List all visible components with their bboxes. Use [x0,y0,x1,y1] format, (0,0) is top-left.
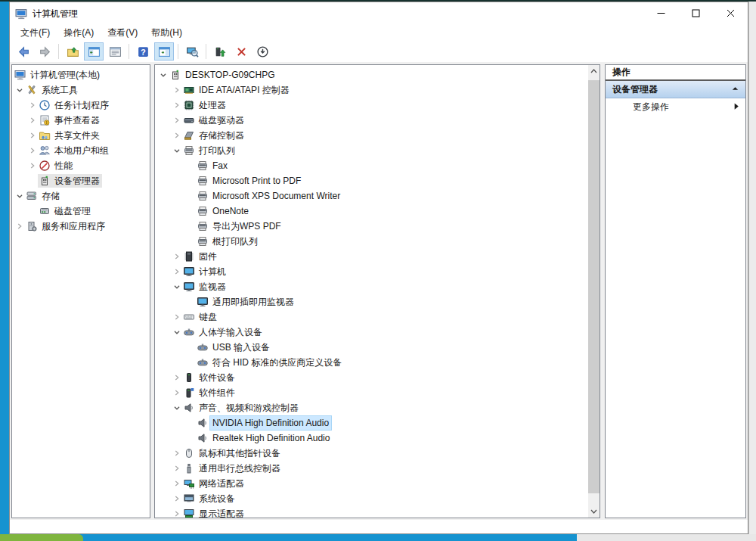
tree-item[interactable]: 固件 [155,249,588,264]
tree-item[interactable]: Microsoft XPS Document Writer [155,188,588,204]
tree-item[interactable]: 键盘 [155,309,588,325]
tree-item[interactable]: Microsoft Print to PDF [155,173,588,188]
chevron-down-icon[interactable] [171,279,182,294]
chevron-right-icon[interactable] [171,491,182,506]
properties-button[interactable] [105,42,125,61]
tree-item[interactable]: 性能 [12,158,150,173]
collapse-section-icon[interactable] [731,84,739,95]
scrollbar-thumb[interactable] [588,80,600,493]
scroll-down-button[interactable] [588,505,600,518]
chevron-right-icon[interactable] [26,158,38,173]
tree-item[interactable]: 事件查看器 [12,113,150,128]
tree-item[interactable]: 打印队列 [155,143,588,158]
chevron-right-icon[interactable] [26,128,38,143]
tree-item[interactable]: 人体学输入设备 [155,325,588,340]
forward-button[interactable] [35,42,54,61]
action-pane-button[interactable] [154,42,174,61]
more-actions-item[interactable]: 更多操作 [606,98,745,116]
tree-item[interactable]: 处理器 [155,98,588,113]
submenu-arrow-icon [733,102,739,113]
tree-item[interactable]: NVIDIA High Definition Audio [155,415,588,431]
tree-item[interactable]: 存储控制器 [155,128,588,143]
tree-item[interactable]: IDE ATA/ATAPI 控制器 [155,82,588,98]
help-button[interactable]: ? [133,42,153,61]
close-button[interactable] [713,2,748,24]
monitor-icon [183,266,195,278]
menu-item[interactable]: 帮助(H) [144,25,189,41]
chevron-right-icon[interactable] [171,506,182,518]
tree-item[interactable]: 网络适配器 [155,476,588,491]
tree-item[interactable]: 设备管理器 [12,173,150,188]
chevron-right-icon[interactable] [171,461,182,476]
tree-item[interactable]: 计算机 [155,264,588,279]
tree-item[interactable]: 任务计划程序 [12,98,150,113]
tree-item[interactable]: 服务和应用程序 [12,219,150,234]
tree-item[interactable]: USB 输入设备 [155,340,588,355]
update-driver-button[interactable] [210,42,230,61]
tree-item[interactable]: 通用串行总线控制器 [155,461,588,476]
tree-item[interactable]: 显示适配器 [155,506,588,518]
chevron-right-icon[interactable] [171,446,182,461]
tree-item[interactable]: 导出为WPS PDF [155,219,588,234]
chevron-down-icon[interactable] [157,67,169,82]
tree-item[interactable]: OneNote [155,204,588,219]
tree-item[interactable]: 存储 [12,188,150,204]
maximize-button[interactable] [678,2,713,24]
tree-item[interactable]: 根打印队列 [155,234,588,249]
tree-item[interactable]: 鼠标和其他指针设备 [155,446,588,461]
chevron-right-icon[interactable] [171,309,182,325]
tree-item[interactable]: 符合 HID 标准的供应商定义设备 [155,355,588,370]
menu-item[interactable]: 操作(A) [57,25,101,41]
chevron-right-icon[interactable] [171,82,182,98]
disable-button[interactable] [253,42,272,61]
chevron-down-icon[interactable] [171,400,182,415]
tree-item[interactable]: 系统工具 [12,82,150,98]
chevron-down-icon[interactable] [14,188,25,204]
tree-item-label: DESKTOP-G09CHPG [185,69,274,81]
chevron-right-icon[interactable] [171,264,182,279]
chevron-down-icon[interactable] [171,143,182,158]
tree-item[interactable]: DESKTOP-G09CHPG [155,67,588,82]
chevron-down-icon[interactable] [171,325,182,340]
tree-item[interactable]: 通用即插即用监视器 [155,294,588,309]
tree-item[interactable]: 监视器 [155,279,588,294]
tree-item-label: Fax [212,160,228,172]
chevron-down-icon[interactable] [14,82,25,98]
tree-item[interactable]: 磁盘管理 [12,204,150,219]
chevron-right-icon[interactable] [171,249,182,264]
vertical-scrollbar[interactable] [588,65,600,518]
tree-item[interactable]: Realtek High Definition Audio [155,431,588,446]
screen: 计算机管理 文件(F)操作(A)查看(V)帮助(H) ? 计算机管理(本地)系统… [0,0,756,541]
up-folder-button[interactable] [63,42,82,61]
chevron-right-icon[interactable] [26,113,38,128]
console-tree-button[interactable] [84,42,104,61]
scan-button[interactable] [182,42,202,61]
scroll-up-button[interactable] [588,65,600,77]
tree-item[interactable]: 本地用户和组 [12,143,150,158]
minimize-button[interactable] [643,2,678,24]
tree-item[interactable]: 软件组件 [155,385,588,400]
tree-item[interactable]: 计算机管理(本地) [12,67,150,82]
title-bar[interactable]: 计算机管理 [10,2,748,25]
chevron-right-icon[interactable] [171,385,182,400]
menu-item[interactable]: 文件(F) [14,25,57,41]
tree-item[interactable]: 软件设备 [155,370,588,385]
tree-item[interactable]: Fax [155,158,588,173]
tree-item[interactable]: 共享文件夹 [12,128,150,143]
chevron-right-icon[interactable] [26,98,38,113]
uninstall-button[interactable] [231,42,251,61]
back-button[interactable] [14,42,33,61]
chevron-right-icon[interactable] [171,128,182,143]
chevron-right-icon[interactable] [14,219,25,234]
tree-item[interactable]: 系统设备 [155,491,588,506]
chevron-right-icon[interactable] [171,113,182,128]
chevron-right-icon[interactable] [171,476,182,491]
chevron-right-icon[interactable] [171,98,182,113]
actions-section-device-manager[interactable]: 设备管理器 [606,81,745,98]
chevron-right-icon[interactable] [171,370,182,385]
users-icon [39,145,51,157]
chevron-right-icon[interactable] [26,143,38,158]
tree-item[interactable]: 磁盘驱动器 [155,113,588,128]
tree-item[interactable]: 声音、视频和游戏控制器 [155,400,588,415]
menu-item[interactable]: 查看(V) [101,25,144,41]
